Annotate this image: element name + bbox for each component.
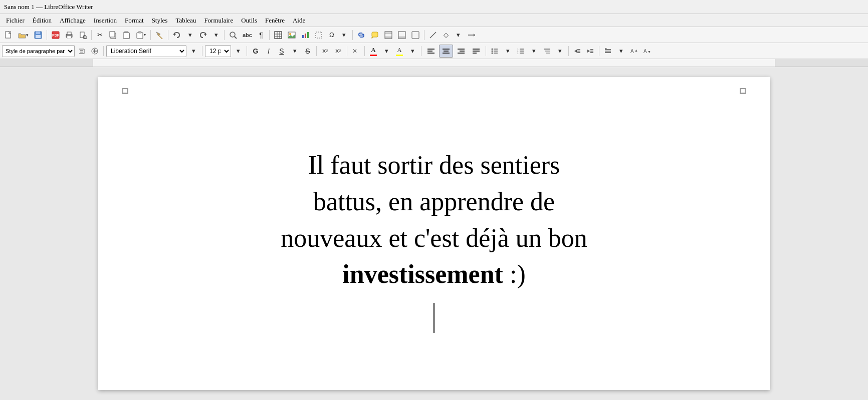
menu-format[interactable]: Format [121, 16, 148, 26]
decrease-font-button[interactable]: A▼ [641, 45, 653, 58]
hyperlink-button[interactable] [355, 29, 368, 42]
highlight-button[interactable]: A [393, 45, 405, 58]
menu-outils[interactable]: Outils [237, 16, 261, 26]
new-style-button[interactable] [89, 45, 101, 58]
shapes-button[interactable]: ◇ [440, 29, 452, 42]
toolbar2: Style de paragraphe par déf Liberation S… [0, 43, 868, 59]
font-size-selector[interactable]: 12 pt 891011 14161824 [205, 45, 231, 57]
export-pdf-button[interactable]: PDF [49, 29, 62, 42]
open-button[interactable]: ▾ [16, 29, 31, 42]
redo-dropdown-button[interactable]: ▾ [210, 29, 222, 42]
svg-marker-37 [372, 37, 373, 39]
svg-rect-13 [110, 32, 115, 37]
svg-rect-2 [36, 32, 40, 34]
spellcheck-button[interactable]: abc [240, 29, 255, 42]
list-ordered-button[interactable]: 1.2.3. [515, 45, 527, 58]
align-justify-button[interactable] [469, 45, 483, 58]
subscript-button[interactable]: X2 [332, 45, 344, 58]
align-right-button[interactable] [454, 45, 468, 58]
svg-rect-31 [302, 35, 304, 38]
menu-insertion[interactable]: Insertion [90, 16, 121, 26]
list-unordered-button[interactable] [489, 45, 501, 58]
list-unordered-dropdown[interactable]: ▾ [502, 45, 514, 58]
para-style-browse[interactable] [76, 45, 88, 58]
new-button[interactable] [2, 29, 15, 42]
indent-less-button[interactable] [571, 45, 583, 58]
para-spacing-button[interactable] [602, 45, 614, 58]
font-color-button[interactable]: A [367, 45, 379, 58]
menu-fichier[interactable]: Fichier [2, 16, 29, 26]
clear-format-button[interactable]: ✕ [350, 45, 362, 58]
font-name-dropdown[interactable]: ▾ [187, 45, 199, 58]
svg-rect-33 [307, 32, 309, 38]
paste-special-button[interactable]: ▾ [133, 29, 148, 42]
shapes-dropdown[interactable]: ▾ [453, 29, 465, 42]
outline-list-button[interactable] [541, 45, 553, 58]
insert-note-button[interactable] [368, 29, 381, 42]
insert-extra-button[interactable] [409, 29, 422, 42]
svg-rect-16 [123, 33, 129, 39]
sep-fmt8 [486, 46, 486, 56]
page[interactable]: Il faut sortir des sentiers battus, en a… [98, 77, 770, 390]
insert-frame-button[interactable] [312, 29, 325, 42]
menu-aide[interactable]: Aide [289, 16, 309, 26]
corner-top-right [740, 88, 746, 94]
print-preview-button[interactable] [76, 29, 89, 42]
sep-fmt5 [347, 46, 347, 56]
italic-button[interactable]: I [263, 45, 275, 58]
header-footer-button[interactable] [382, 29, 395, 42]
svg-marker-72 [587, 50, 590, 53]
menu-affichage[interactable]: Affichage [56, 16, 90, 26]
ruler [0, 59, 868, 67]
list-ordered-dropdown[interactable]: ▾ [528, 45, 540, 58]
nonprint-button[interactable]: ¶ [255, 29, 267, 42]
align-left-button[interactable] [424, 45, 438, 58]
menu-styles[interactable]: Styles [148, 16, 172, 26]
svg-point-55 [492, 50, 493, 52]
undo-button[interactable] [170, 29, 183, 42]
insert-table-button[interactable] [272, 29, 285, 42]
find-button[interactable] [227, 29, 240, 42]
draw-extra-button[interactable] [465, 29, 478, 42]
para-style-selector[interactable]: Style de paragraphe par déf [2, 45, 75, 57]
increase-font-button[interactable]: A▲ [628, 45, 640, 58]
redo-button[interactable] [196, 29, 209, 42]
sep4 [168, 30, 168, 40]
align-center-button[interactable] [439, 45, 453, 58]
insert-footer-button[interactable] [395, 29, 408, 42]
draw-line-button[interactable] [426, 29, 440, 42]
paste-button[interactable] [120, 29, 133, 42]
insert-special-char-button[interactable]: Ω [326, 29, 338, 42]
strikethrough-button[interactable]: S [302, 45, 314, 58]
insert-image-button[interactable] [285, 29, 298, 42]
insert-chart-button[interactable] [299, 29, 312, 42]
svg-line-19 [159, 36, 162, 39]
sep-fmt6 [364, 46, 365, 56]
indent-more-button[interactable] [584, 45, 596, 58]
svg-rect-38 [385, 32, 392, 39]
bold-button[interactable]: G [250, 45, 262, 58]
para-spacing-dropdown[interactable]: ▾ [615, 45, 627, 58]
underline-button[interactable]: S [276, 45, 288, 58]
highlight-dropdown[interactable]: ▾ [406, 45, 418, 58]
font-size-dropdown[interactable]: ▾ [232, 45, 244, 58]
superscript-button[interactable]: X2 [319, 45, 331, 58]
undo-dropdown-button[interactable]: ▾ [184, 29, 196, 42]
format-paint-button[interactable] [153, 29, 166, 42]
svg-rect-43 [412, 32, 419, 39]
outline-dropdown[interactable]: ▾ [554, 45, 566, 58]
copy-button[interactable] [106, 29, 119, 42]
font-color-dropdown[interactable]: ▾ [380, 45, 392, 58]
menu-edition[interactable]: Édition [29, 16, 56, 26]
font-name-selector[interactable]: Liberation Serif Liberation Sans Liberat… [106, 45, 186, 57]
document-content[interactable]: Il faut sortir des sentiers battus, en a… [138, 107, 730, 333]
insert-special-dropdown[interactable]: ▾ [338, 29, 350, 42]
print-button[interactable] [63, 29, 76, 42]
menu-tableau[interactable]: Tableau [171, 16, 200, 26]
sep-fmt10 [599, 46, 599, 56]
menu-formulaire[interactable]: Formulaire [200, 16, 237, 26]
underline-dropdown[interactable]: ▾ [289, 45, 301, 58]
save-button[interactable] [32, 29, 45, 42]
menu-fenetre[interactable]: Fenêtre [261, 16, 289, 26]
cut-button[interactable]: ✂ [94, 29, 106, 42]
